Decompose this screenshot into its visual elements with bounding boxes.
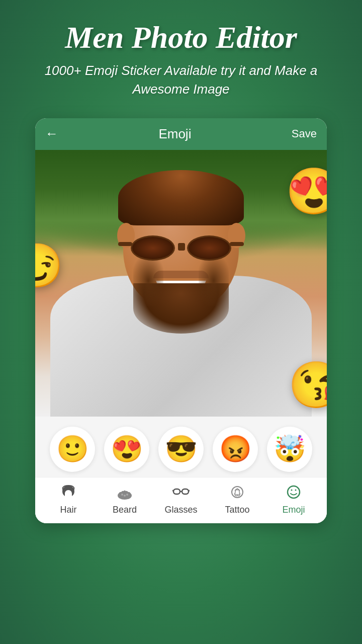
tattoo-icon xyxy=(229,485,246,503)
app-subtitle: 1000+ Emoji Sticker Available try it and… xyxy=(20,61,342,98)
svg-point-10 xyxy=(288,486,300,498)
svg-rect-4 xyxy=(173,489,180,494)
tab-emoji[interactable]: Emoji xyxy=(265,485,322,515)
emoji-angry[interactable]: 😡 xyxy=(213,427,258,472)
emoji-heart-eyes[interactable]: 😍 xyxy=(104,427,149,472)
emoji-smiley[interactable]: 🙂 xyxy=(50,427,95,472)
float-emoji-heart-eyes: 😍 xyxy=(286,165,327,218)
emoji-picker-row: 🙂 😍 😎 😡 🤯 xyxy=(35,417,327,477)
tab-beard[interactable]: Beard xyxy=(97,485,153,515)
photo-area: 😍 😏 😘 xyxy=(35,150,327,417)
tab-tattoo-label: Tattoo xyxy=(225,505,249,515)
tab-hair-label: Hair xyxy=(60,505,76,515)
card-inner: ← Emoji Save xyxy=(35,118,327,523)
glasses-icon xyxy=(172,485,190,503)
header-section: Men Photo Editor 1000+ Emoji Sticker Ava… xyxy=(0,0,362,108)
emoji-tab-icon xyxy=(285,485,302,503)
app-title: Men Photo Editor xyxy=(20,20,342,54)
back-button[interactable]: ← xyxy=(45,126,58,141)
nav-tabs: Hair Beard xyxy=(35,477,327,523)
svg-point-12 xyxy=(295,489,297,491)
bottom-panel: 🙂 😍 😎 😡 🤯 Hair xyxy=(35,417,327,523)
card-toolbar: ← Emoji Save xyxy=(35,118,327,150)
float-emoji-thumbsup: 😏 xyxy=(35,240,63,291)
svg-rect-5 xyxy=(182,489,189,494)
emoji-cool[interactable]: 😎 xyxy=(158,427,204,472)
beard-icon xyxy=(116,485,133,503)
tab-beard-label: Beard xyxy=(113,505,137,515)
save-button[interactable]: Save xyxy=(292,127,317,140)
svg-point-3 xyxy=(126,494,128,496)
tab-glasses[interactable]: Glasses xyxy=(153,485,209,515)
hair-icon xyxy=(60,485,77,503)
toolbar-title: Emoji xyxy=(158,126,191,142)
emoji-exploding[interactable]: 🤯 xyxy=(267,427,312,472)
tab-glasses-label: Glasses xyxy=(164,505,197,515)
phone-card: ← Emoji Save xyxy=(35,118,327,523)
tab-hair[interactable]: Hair xyxy=(40,485,97,515)
svg-point-1 xyxy=(121,494,123,496)
svg-point-11 xyxy=(291,489,293,491)
svg-point-2 xyxy=(124,495,126,497)
tab-emoji-label: Emoji xyxy=(282,505,305,515)
tab-tattoo[interactable]: Tattoo xyxy=(209,485,265,515)
float-emoji-wink: 😘 xyxy=(288,359,327,412)
